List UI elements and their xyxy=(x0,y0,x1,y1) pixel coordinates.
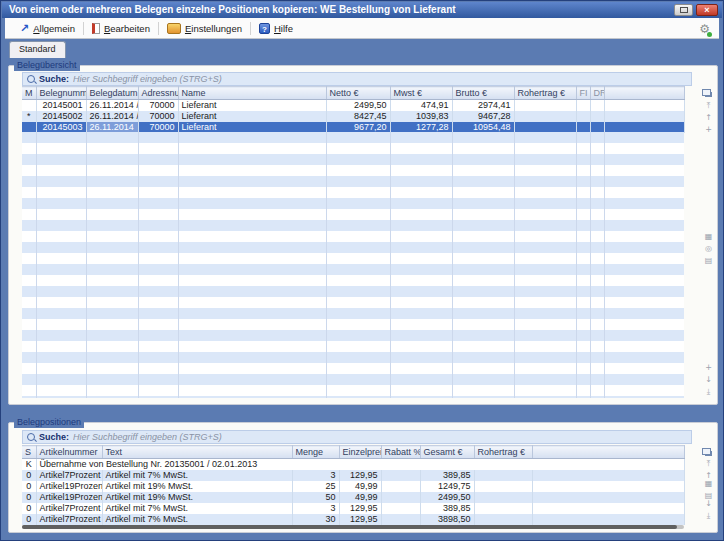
cell-text[interactable]: Artikel mit 19% MwSt. xyxy=(102,492,292,503)
cell-fi[interactable] xyxy=(576,111,590,122)
cell-einzelpreis[interactable]: 129,95 xyxy=(339,503,381,514)
cell-text[interactable]: Artikel mit 7% MwSt. xyxy=(102,514,292,525)
grid-columns-icon[interactable]: ▦ xyxy=(705,480,713,488)
col-dr[interactable]: DR xyxy=(590,87,604,100)
beleg-row-1[interactable]: 20145001 26.11.2014 /Mi 70000 Lieferant … xyxy=(22,100,684,112)
cell-menge[interactable]: 3 xyxy=(292,470,339,481)
cell-belegnummer[interactable]: 20145002 xyxy=(36,111,86,122)
cell-artikelnummer[interactable]: Artikel7Prozent xyxy=(36,514,102,525)
menu-item-bearbeiten[interactable]: Bearbeiten xyxy=(85,18,157,38)
cell-menge[interactable]: 3 xyxy=(292,503,339,514)
menu-item-hilfe[interactable]: ? Hilfe xyxy=(252,18,300,38)
col-name[interactable]: Name xyxy=(178,87,326,100)
col-rabatt[interactable]: Rabatt % xyxy=(381,446,420,459)
cell-text[interactable]: Artikel mit 7% MwSt. xyxy=(102,503,292,514)
scroll-down-icon[interactable]: ↓ xyxy=(705,500,712,508)
cell-fi[interactable] xyxy=(576,100,590,112)
position-row-3[interactable]: 0 Artikel19Prozent Artikel mit 19% MwSt.… xyxy=(22,492,684,503)
position-row-4[interactable]: 0 Artikel7Prozent Artikel mit 7% MwSt. 3… xyxy=(22,503,684,514)
col-einzelpreis[interactable]: Einzelpreis € xyxy=(339,446,381,459)
position-row-info[interactable]: K Übernahme von Bestellung Nr. 20135001 … xyxy=(22,459,684,471)
col-fi[interactable]: FI xyxy=(576,87,590,100)
col-rohertrag[interactable]: Rohertrag € xyxy=(514,87,576,100)
cell-artikelnummer[interactable]: Artikel19Prozent xyxy=(36,492,102,503)
col-mwst[interactable]: Mwst € xyxy=(390,87,452,100)
cell-belegnummer[interactable]: 20145001 xyxy=(36,100,86,112)
col-rohertrag[interactable]: Rohertrag € xyxy=(474,446,532,459)
scroll-bottom-icon[interactable]: ⤓ xyxy=(707,388,711,396)
cell-mwst[interactable]: 474,91 xyxy=(390,100,452,112)
col-artikelnummer[interactable]: Artikelnummer xyxy=(36,446,102,459)
cell-rohertrag[interactable] xyxy=(514,100,576,112)
cell-rabatt[interactable] xyxy=(381,514,420,525)
scroll-bottom-icon[interactable]: ⤓ xyxy=(707,512,711,520)
cell-rabatt[interactable] xyxy=(381,503,420,514)
col-text[interactable]: Text xyxy=(102,446,292,459)
positionen-search-input[interactable] xyxy=(73,432,687,442)
cell-artikelnummer[interactable]: Artikel7Prozent xyxy=(36,470,102,481)
cell-text[interactable]: Artikel mit 19% MwSt. xyxy=(102,481,292,492)
cell-m[interactable] xyxy=(22,100,36,112)
cell-adressnummer[interactable]: 70000 xyxy=(138,100,178,112)
cell-m[interactable]: * xyxy=(22,111,36,122)
cell-gesamt[interactable]: 1249,75 xyxy=(420,481,474,492)
cell-gesamt[interactable]: 3898,50 xyxy=(420,514,474,525)
grid-columns-icon[interactable]: ▦ xyxy=(705,233,713,241)
cell-dr[interactable] xyxy=(590,100,604,112)
scroll-down-icon[interactable]: ↓ xyxy=(705,376,712,384)
move-down-icon[interactable]: + xyxy=(705,364,712,372)
cell-artikelnummer[interactable]: Artikel7Prozent xyxy=(36,503,102,514)
horizontal-scrollbar-thumb[interactable] xyxy=(22,525,677,529)
cell-name[interactable]: Lieferant xyxy=(178,100,326,112)
cell-text[interactable]: Artikel mit 7% MwSt. xyxy=(102,470,292,481)
beleg-row-2[interactable]: * 20145002 26.11.2014 /Mi 70000 Lieferan… xyxy=(22,111,684,122)
col-adressnummer[interactable]: Adressnumm xyxy=(138,87,178,100)
cell-info-text[interactable]: Übernahme von Bestellung Nr. 20135001 / … xyxy=(36,459,684,471)
col-brutto[interactable]: Brutto € xyxy=(452,87,514,100)
cell-rohertrag[interactable] xyxy=(474,470,532,481)
zoom-icon[interactable]: ◎ xyxy=(705,245,712,253)
move-up-icon[interactable]: + xyxy=(705,126,712,134)
position-row-2[interactable]: 0 Artikel19Prozent Artikel mit 19% MwSt.… xyxy=(22,481,684,492)
col-m[interactable]: M xyxy=(22,87,36,100)
col-s[interactable]: S xyxy=(22,446,36,459)
col-gesamt[interactable]: Gesamt € xyxy=(420,446,474,459)
cell-rabatt[interactable] xyxy=(381,470,420,481)
cell-rabatt[interactable] xyxy=(381,481,420,492)
cell-belegdatum[interactable]: 26.11.2014 /Mi xyxy=(86,100,138,112)
cell-s[interactable]: 0 xyxy=(22,503,36,514)
sync-settings-button[interactable]: ⚙ xyxy=(699,19,710,37)
horizontal-scrollbar[interactable] xyxy=(22,525,684,529)
cell-gesamt[interactable]: 389,85 xyxy=(420,470,474,481)
cell-rabatt[interactable] xyxy=(381,492,420,503)
cell-rohertrag[interactable] xyxy=(474,492,532,503)
beleg-search-input[interactable] xyxy=(73,74,687,84)
menu-item-allgemein[interactable]: ↗ Allgemein xyxy=(13,18,82,38)
cell-mwst[interactable]: 1039,83 xyxy=(390,111,452,122)
cell-menge[interactable]: 30 xyxy=(292,514,339,525)
cell-adressnummer[interactable]: 70000 xyxy=(138,111,178,122)
cell-name[interactable]: Lieferant xyxy=(178,111,326,122)
col-belegdatum[interactable]: Belegdatum xyxy=(86,87,138,100)
cell-rohertrag[interactable] xyxy=(474,503,532,514)
cell-rohertrag[interactable] xyxy=(474,481,532,492)
grid-rows-icon[interactable]: ▤ xyxy=(705,257,713,265)
cell-belegdatum[interactable]: 26.11.2014 /Mi xyxy=(86,111,138,122)
scroll-up-icon[interactable]: ↑ xyxy=(705,114,712,122)
cell-einzelpreis[interactable]: 129,95 xyxy=(339,470,381,481)
cell-s[interactable]: 0 xyxy=(22,470,36,481)
col-belegnummer[interactable]: Belegnumme xyxy=(36,87,86,100)
cell-menge[interactable]: 50 xyxy=(292,492,339,503)
column-chooser-icon[interactable] xyxy=(702,87,714,97)
scroll-top-icon[interactable]: ⤒ xyxy=(707,460,711,468)
cell-dr[interactable] xyxy=(590,111,604,122)
cell-netto[interactable]: 2499,50 xyxy=(326,100,390,112)
column-chooser-icon[interactable] xyxy=(702,446,714,456)
cell-gesamt[interactable]: 389,85 xyxy=(420,503,474,514)
col-netto[interactable]: Netto € xyxy=(326,87,390,100)
cell-netto[interactable]: 8427,45 xyxy=(326,111,390,122)
cell-s[interactable]: K xyxy=(22,459,36,471)
cell-brutto[interactable]: 9467,28 xyxy=(452,111,514,122)
cell-s[interactable]: 0 xyxy=(22,492,36,503)
cell-rohertrag[interactable] xyxy=(514,111,576,122)
